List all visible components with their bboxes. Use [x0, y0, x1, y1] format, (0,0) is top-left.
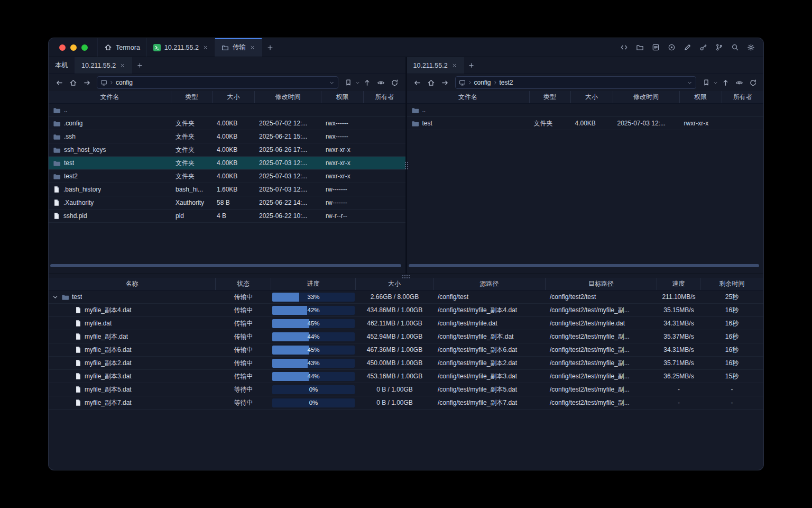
table-row[interactable]: test2 文件夹 4.00KB 2025-07-03 12:... rwxr-… — [49, 170, 405, 183]
horizontal-scrollbar[interactable] — [50, 264, 401, 267]
splitter-grip-icon[interactable] — [402, 275, 410, 278]
bookmark-icon[interactable] — [342, 76, 355, 89]
table-row[interactable]: myfile_副本7.dat 等待中 0% 0 B / 1.00GB /conf… — [49, 396, 763, 410]
column-header[interactable]: 文件名 — [407, 91, 530, 103]
transfer-splitter[interactable] — [49, 274, 763, 278]
table-row[interactable]: ssh_host_keys 文件夹 4.00KB 2025-06-26 17:.… — [49, 143, 405, 157]
back-icon[interactable] — [53, 76, 66, 89]
settings-icon[interactable] — [747, 43, 755, 51]
tab-remote-host[interactable]: 10.211.55.2 — [407, 57, 464, 74]
column-header[interactable]: 大小 — [213, 91, 255, 103]
column-header[interactable]: 大小 — [356, 278, 433, 290]
table-row[interactable]: .ssh 文件夹 4.00KB 2025-06-21 15:... rwx---… — [49, 130, 405, 143]
upload-icon[interactable] — [719, 76, 732, 89]
breadcrumb-item[interactable]: test2 — [500, 79, 513, 86]
table-row[interactable]: .bash_history bash_hi... 1.60KB 2025-07-… — [49, 183, 405, 196]
file-mtime: 2025-07-03 12:... — [255, 170, 321, 183]
table-row[interactable]: test 传输中 33% 2.66GB / 8.00GB /config/tes… — [49, 291, 763, 304]
close-tab-icon[interactable] — [119, 62, 125, 68]
edit-icon[interactable] — [684, 43, 691, 51]
table-row[interactable]: myfile_副本6.dat 传输中 45% 467.36MB / 1.00GB… — [49, 343, 763, 357]
transfer-target-path: /config/test2/test/myfile_副... — [546, 357, 657, 369]
column-header[interactable]: 状态 — [216, 278, 271, 290]
file-name: .config — [64, 120, 82, 127]
home-icon[interactable] — [425, 76, 438, 89]
table-row[interactable]: myfile_副本.dat 传输中 44% 452.94MB / 1.00GB … — [49, 330, 763, 343]
breadcrumb-item[interactable]: config — [474, 79, 491, 86]
column-header[interactable]: 文件名 — [49, 91, 171, 103]
minimize-window-button[interactable] — [70, 44, 77, 51]
column-header[interactable]: 权限 — [321, 91, 364, 103]
progress-label: 0% — [272, 385, 355, 394]
new-tab-button[interactable] — [262, 38, 278, 57]
column-header[interactable]: 剩余时间 — [700, 278, 763, 290]
right-breadcrumb[interactable]: config test2 — [455, 76, 697, 89]
column-header[interactable]: 修改时间 — [255, 91, 321, 103]
table-row[interactable]: .. — [49, 104, 405, 117]
new-panel-tab-button[interactable] — [132, 57, 147, 74]
tab-remote-host[interactable]: 10.211.55.2 — [75, 57, 132, 74]
show-hidden-icon[interactable] — [733, 76, 745, 89]
horizontal-scrollbar[interactable] — [409, 264, 760, 267]
search-icon[interactable] — [731, 43, 739, 51]
column-header[interactable]: 类型 — [530, 91, 571, 103]
table-row[interactable]: .Xauthority Xauthority 58 B 2025-06-22 1… — [49, 196, 405, 210]
chevron-down-icon[interactable] — [687, 80, 693, 86]
tab-local[interactable]: 本机 — [49, 57, 75, 74]
bookmark-icon[interactable] — [700, 76, 713, 89]
tab-label: 10.211.55.2 — [413, 62, 448, 69]
back-icon[interactable] — [411, 76, 424, 89]
home-icon[interactable] — [67, 76, 79, 89]
log-icon[interactable] — [652, 43, 660, 51]
column-header[interactable]: 进度 — [271, 278, 356, 290]
record-icon[interactable] — [668, 43, 676, 51]
window-tab-transfer[interactable]: 传输 — [215, 38, 262, 57]
table-row[interactable]: myfile.dat 传输中 45% 462.11MB / 1.00GB /co… — [49, 317, 763, 330]
column-header[interactable]: 源路径 — [433, 278, 546, 290]
column-header[interactable]: 目标路径 — [546, 278, 657, 290]
table-row[interactable]: .config 文件夹 4.00KB 2025-07-02 12:... rwx… — [49, 117, 405, 130]
column-header[interactable]: 大小 — [571, 91, 613, 103]
column-header[interactable]: 所有者 — [364, 91, 405, 103]
folders-icon[interactable] — [636, 43, 644, 51]
breadcrumb-item[interactable]: config — [116, 79, 133, 86]
chevron-down-icon[interactable] — [329, 80, 335, 86]
close-tab-icon[interactable] — [451, 62, 457, 68]
close-tab-icon[interactable] — [202, 44, 208, 50]
refresh-icon[interactable] — [389, 76, 401, 89]
close-tab-icon[interactable] — [250, 44, 255, 50]
table-row[interactable]: test 文件夹 4.00KB 2025-07-03 12:... rwxr-x… — [49, 157, 405, 170]
column-header[interactable]: 速度 — [657, 278, 700, 290]
close-window-button[interactable] — [59, 44, 66, 51]
file-permissions: rw-r--r-- — [321, 210, 364, 222]
key-icon[interactable] — [699, 43, 707, 51]
code-icon[interactable] — [620, 43, 628, 51]
forward-icon[interactable] — [439, 76, 451, 89]
column-header[interactable]: 所有者 — [722, 91, 764, 103]
folder-icon — [61, 293, 69, 301]
new-panel-tab-button[interactable] — [464, 57, 479, 74]
app-home-tab[interactable]: Termora — [97, 38, 147, 57]
upload-icon[interactable] — [361, 76, 374, 89]
bookmark-dropdown-icon[interactable] — [713, 80, 718, 85]
show-hidden-icon[interactable] — [375, 76, 387, 89]
zoom-window-button[interactable] — [81, 44, 88, 51]
column-header[interactable]: 名称 — [49, 278, 216, 290]
table-row[interactable]: sshd.pid pid 4 B 2025-06-22 10:... rw-r-… — [49, 210, 405, 223]
bookmark-dropdown-icon[interactable] — [355, 80, 360, 85]
table-row[interactable]: myfile_副本2.dat 传输中 43% 450.00MB / 1.00GB… — [49, 357, 763, 370]
column-header[interactable]: 权限 — [680, 91, 722, 103]
table-row[interactable]: myfile_副本4.dat 传输中 42% 434.86MB / 1.00GB… — [49, 304, 763, 317]
table-row[interactable]: .. — [407, 104, 764, 117]
table-row[interactable]: test 文件夹 4.00KB 2025-07-03 12:... rwxr-x… — [407, 117, 764, 130]
left-breadcrumb[interactable]: config — [97, 76, 338, 89]
expand-chevron-icon[interactable] — [52, 294, 59, 301]
forward-icon[interactable] — [80, 76, 93, 89]
refresh-icon[interactable] — [746, 76, 759, 89]
column-header[interactable]: 修改时间 — [613, 91, 680, 103]
table-row[interactable]: myfile_副本3.dat 传输中 44% 453.16MB / 1.00GB… — [49, 370, 763, 383]
table-row[interactable]: myfile_副本5.dat 等待中 0% 0 B / 1.00GB /conf… — [49, 383, 763, 396]
column-header[interactable]: 类型 — [171, 91, 213, 103]
window-tab-host[interactable]: 10.211.55.2 — [147, 38, 215, 57]
branch-icon[interactable] — [715, 43, 723, 51]
